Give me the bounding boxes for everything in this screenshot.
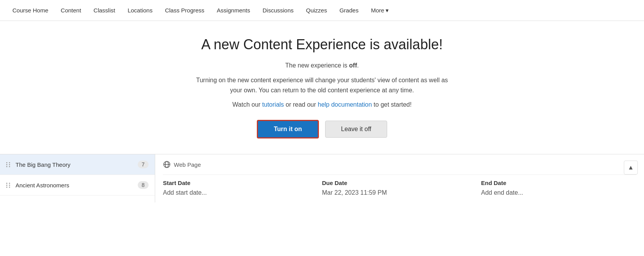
drag-handle-2[interactable]	[6, 183, 11, 188]
list-item: The Big Bang Theory 7	[0, 154, 155, 175]
due-date-col: Due Date Mar 22, 2023 11:59 PM	[318, 180, 477, 196]
nav-content[interactable]: Content	[55, 0, 88, 21]
web-page-header: Web Page	[163, 161, 636, 168]
chevron-up-icon: ▲	[628, 164, 634, 171]
tutorials-link[interactable]: tutorials	[262, 101, 284, 108]
description-text: Turning on the new content experience wi…	[190, 75, 454, 95]
nav-more[interactable]: More ▾	[365, 0, 395, 21]
web-page-label: Web Page	[174, 161, 201, 168]
end-date-col: End Date Add end date...	[477, 180, 636, 196]
nav-class-progress[interactable]: Class Progress	[159, 0, 211, 21]
start-date-label: Start Date	[163, 180, 314, 186]
leave-it-off-button[interactable]: Leave it off	[325, 121, 387, 138]
drag-handle-1[interactable]	[6, 162, 11, 167]
nav-grades[interactable]: Grades	[333, 0, 365, 21]
item-badge-1: 7	[138, 161, 149, 168]
dates-row: Start Date Add start date... Due Date Ma…	[163, 175, 636, 196]
turn-it-on-button[interactable]: Turn it on	[257, 120, 319, 138]
nav-discussions[interactable]: Discussions	[256, 0, 300, 21]
collapse-button[interactable]: ▲	[624, 161, 638, 175]
item-badge-2: 8	[138, 181, 149, 189]
globe-icon	[163, 161, 171, 168]
tutorials-line: Watch our tutorials or read our help doc…	[232, 101, 412, 108]
list-item-name-1: The Big Bang Theory	[16, 161, 133, 168]
hero-section: A new Content Experience is available! T…	[0, 21, 644, 150]
end-date-label: End Date	[481, 180, 632, 186]
nav-assignments[interactable]: Assignments	[211, 0, 256, 21]
nav-bar: Course Home Content Classlist Locations …	[0, 0, 644, 21]
right-panel: Web Page Start Date Add start date... Du…	[155, 154, 644, 202]
nav-course-home[interactable]: Course Home	[6, 0, 55, 21]
chevron-down-icon: ▾	[386, 7, 389, 14]
list-item-name-2: Ancient Astronomers	[16, 182, 133, 189]
page-title: A new Content Experience is available!	[201, 36, 443, 53]
due-date-value[interactable]: Mar 22, 2023 11:59 PM	[322, 189, 473, 196]
status-line: The new experience is off.	[285, 62, 358, 69]
left-panel: The Big Bang Theory 7 Ancient Astronomer…	[0, 154, 155, 202]
nav-classlist[interactable]: Classlist	[87, 0, 121, 21]
end-date-value[interactable]: Add end date...	[481, 189, 632, 196]
list-item: Ancient Astronomers 8	[0, 175, 155, 195]
nav-quizzes[interactable]: Quizzes	[300, 0, 333, 21]
start-date-col: Start Date Add start date...	[163, 180, 318, 196]
start-date-value[interactable]: Add start date...	[163, 189, 314, 196]
button-row: Turn it on Leave it off	[257, 120, 387, 138]
help-documentation-link[interactable]: help documentation	[318, 101, 372, 108]
bottom-section: The Big Bang Theory 7 Ancient Astronomer…	[0, 154, 644, 202]
nav-locations[interactable]: Locations	[121, 0, 159, 21]
due-date-label: Due Date	[322, 180, 473, 186]
